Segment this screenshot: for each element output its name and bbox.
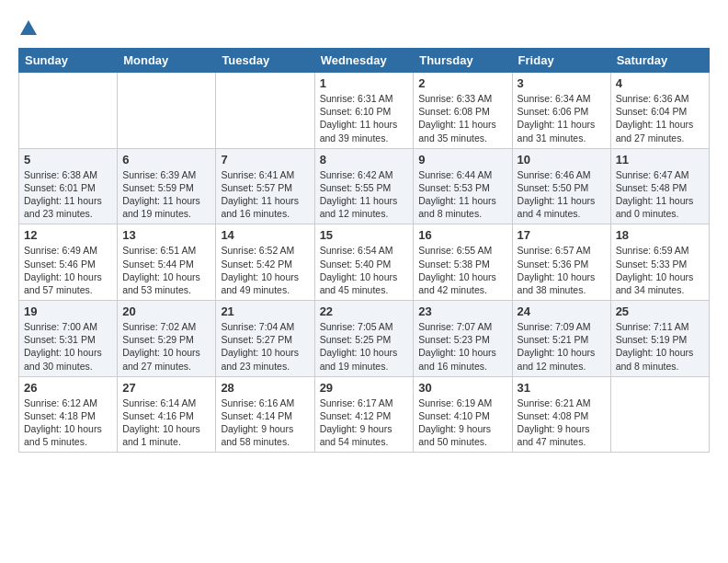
- day-number: 20: [122, 304, 210, 318]
- day-number: 21: [221, 304, 309, 318]
- day-number: 17: [518, 228, 606, 242]
- day-info: Sunrise: 7:07 AMSunset: 5:23 PMDaylight:…: [418, 320, 506, 373]
- day-number: 25: [616, 304, 704, 318]
- calendar-cell: 30Sunrise: 6:19 AMSunset: 4:10 PMDayligh…: [414, 376, 512, 453]
- logo: [18, 18, 39, 39]
- calendar-cell: 7Sunrise: 6:41 AMSunset: 5:57 PMDaylight…: [216, 148, 314, 224]
- calendar-cell: 27Sunrise: 6:14 AMSunset: 4:16 PMDayligh…: [118, 376, 216, 453]
- day-number: 24: [518, 304, 606, 318]
- day-info: Sunrise: 6:41 AMSunset: 5:57 PMDaylight:…: [221, 168, 309, 221]
- calendar-week-4: 19Sunrise: 7:00 AMSunset: 5:31 PMDayligh…: [19, 301, 710, 377]
- day-info: Sunrise: 6:16 AMSunset: 4:14 PMDaylight:…: [221, 396, 309, 449]
- col-header-wednesday: Wednesday: [314, 49, 414, 73]
- col-header-friday: Friday: [512, 49, 610, 73]
- day-info: Sunrise: 6:17 AMSunset: 4:12 PMDaylight:…: [320, 396, 409, 449]
- calendar-cell: 2Sunrise: 6:33 AMSunset: 6:08 PMDaylight…: [414, 73, 512, 149]
- day-number: 15: [320, 228, 409, 242]
- calendar-cell: 22Sunrise: 7:05 AMSunset: 5:25 PMDayligh…: [314, 301, 414, 377]
- day-info: Sunrise: 6:44 AMSunset: 5:53 PMDaylight:…: [418, 168, 506, 221]
- calendar-header-row: SundayMondayTuesdayWednesdayThursdayFrid…: [19, 49, 710, 73]
- day-info: Sunrise: 6:47 AMSunset: 5:48 PMDaylight:…: [616, 168, 704, 221]
- calendar-table: SundayMondayTuesdayWednesdayThursdayFrid…: [18, 48, 710, 453]
- calendar-cell: 18Sunrise: 6:59 AMSunset: 5:33 PMDayligh…: [610, 224, 709, 301]
- calendar-cell: 21Sunrise: 7:04 AMSunset: 5:27 PMDayligh…: [216, 301, 314, 377]
- day-info: Sunrise: 6:55 AMSunset: 5:38 PMDaylight:…: [418, 244, 506, 296]
- day-info: Sunrise: 7:04 AMSunset: 5:27 PMDaylight:…: [221, 320, 309, 373]
- day-number: 13: [122, 228, 210, 242]
- day-info: Sunrise: 7:11 AMSunset: 5:19 PMDaylight:…: [616, 320, 704, 373]
- calendar-cell: 14Sunrise: 6:52 AMSunset: 5:42 PMDayligh…: [216, 224, 314, 301]
- day-info: Sunrise: 6:12 AMSunset: 4:18 PMDaylight:…: [24, 396, 112, 449]
- calendar-cell: 9Sunrise: 6:44 AMSunset: 5:53 PMDaylight…: [414, 148, 512, 224]
- day-number: 10: [518, 153, 606, 167]
- calendar-week-1: 1Sunrise: 6:31 AMSunset: 6:10 PMDaylight…: [19, 73, 710, 149]
- day-number: 6: [122, 153, 210, 167]
- day-info: Sunrise: 6:42 AMSunset: 5:55 PMDaylight:…: [320, 168, 409, 221]
- calendar-cell: 11Sunrise: 6:47 AMSunset: 5:48 PMDayligh…: [610, 148, 709, 224]
- calendar-week-2: 5Sunrise: 6:38 AMSunset: 6:01 PMDaylight…: [19, 148, 710, 224]
- calendar-cell: 19Sunrise: 7:00 AMSunset: 5:31 PMDayligh…: [19, 301, 118, 377]
- day-number: 16: [418, 228, 506, 242]
- day-info: Sunrise: 6:38 AMSunset: 6:01 PMDaylight:…: [24, 168, 112, 221]
- calendar-cell: [118, 73, 216, 149]
- page-header: [18, 18, 710, 39]
- day-number: 19: [24, 304, 112, 318]
- calendar-cell: 12Sunrise: 6:49 AMSunset: 5:46 PMDayligh…: [19, 224, 118, 301]
- calendar-cell: 25Sunrise: 7:11 AMSunset: 5:19 PMDayligh…: [610, 301, 709, 377]
- day-number: 1: [320, 76, 409, 90]
- day-number: 4: [616, 76, 704, 90]
- day-info: Sunrise: 6:34 AMSunset: 6:06 PMDaylight:…: [518, 92, 606, 144]
- calendar-cell: [610, 376, 709, 453]
- day-number: 26: [24, 381, 112, 395]
- calendar-cell: 16Sunrise: 6:55 AMSunset: 5:38 PMDayligh…: [414, 224, 512, 301]
- day-info: Sunrise: 6:19 AMSunset: 4:10 PMDaylight:…: [418, 396, 506, 449]
- calendar-cell: 26Sunrise: 6:12 AMSunset: 4:18 PMDayligh…: [19, 376, 118, 453]
- calendar-cell: 13Sunrise: 6:51 AMSunset: 5:44 PMDayligh…: [118, 224, 216, 301]
- day-number: 30: [418, 381, 506, 395]
- day-number: 9: [418, 153, 506, 167]
- day-number: 2: [418, 76, 506, 90]
- calendar-cell: 5Sunrise: 6:38 AMSunset: 6:01 PMDaylight…: [19, 148, 118, 224]
- day-info: Sunrise: 6:31 AMSunset: 6:10 PMDaylight:…: [320, 92, 409, 144]
- calendar-cell: 28Sunrise: 6:16 AMSunset: 4:14 PMDayligh…: [216, 376, 314, 453]
- day-number: 18: [616, 228, 704, 242]
- day-info: Sunrise: 6:51 AMSunset: 5:44 PMDaylight:…: [122, 244, 210, 296]
- calendar-cell: 29Sunrise: 6:17 AMSunset: 4:12 PMDayligh…: [314, 376, 414, 453]
- calendar-cell: 3Sunrise: 6:34 AMSunset: 6:06 PMDaylight…: [512, 73, 610, 149]
- calendar-week-5: 26Sunrise: 6:12 AMSunset: 4:18 PMDayligh…: [19, 376, 710, 453]
- day-number: 8: [320, 153, 409, 167]
- logo-icon: [18, 18, 39, 39]
- calendar-cell: 24Sunrise: 7:09 AMSunset: 5:21 PMDayligh…: [512, 301, 610, 377]
- col-header-tuesday: Tuesday: [216, 49, 314, 73]
- calendar-cell: 8Sunrise: 6:42 AMSunset: 5:55 PMDaylight…: [314, 148, 414, 224]
- calendar-cell: 6Sunrise: 6:39 AMSunset: 5:59 PMDaylight…: [118, 148, 216, 224]
- day-info: Sunrise: 7:09 AMSunset: 5:21 PMDaylight:…: [518, 320, 606, 373]
- col-header-sunday: Sunday: [19, 49, 118, 73]
- day-info: Sunrise: 6:59 AMSunset: 5:33 PMDaylight:…: [616, 244, 704, 296]
- day-number: 27: [122, 381, 210, 395]
- calendar-cell: 15Sunrise: 6:54 AMSunset: 5:40 PMDayligh…: [314, 224, 414, 301]
- day-number: 22: [320, 304, 409, 318]
- calendar-cell: 23Sunrise: 7:07 AMSunset: 5:23 PMDayligh…: [414, 301, 512, 377]
- calendar-cell: 4Sunrise: 6:36 AMSunset: 6:04 PMDaylight…: [610, 73, 709, 149]
- day-info: Sunrise: 6:14 AMSunset: 4:16 PMDaylight:…: [122, 396, 210, 449]
- day-info: Sunrise: 7:00 AMSunset: 5:31 PMDaylight:…: [24, 320, 112, 373]
- day-info: Sunrise: 6:33 AMSunset: 6:08 PMDaylight:…: [418, 92, 506, 144]
- day-number: 7: [221, 153, 309, 167]
- calendar-cell: 1Sunrise: 6:31 AMSunset: 6:10 PMDaylight…: [314, 73, 414, 149]
- calendar-week-3: 12Sunrise: 6:49 AMSunset: 5:46 PMDayligh…: [19, 224, 710, 301]
- day-number: 23: [418, 304, 506, 318]
- day-number: 12: [24, 228, 112, 242]
- svg-marker-0: [20, 20, 37, 35]
- day-info: Sunrise: 6:39 AMSunset: 5:59 PMDaylight:…: [122, 168, 210, 221]
- calendar-cell: 20Sunrise: 7:02 AMSunset: 5:29 PMDayligh…: [118, 301, 216, 377]
- day-info: Sunrise: 6:49 AMSunset: 5:46 PMDaylight:…: [24, 244, 112, 296]
- day-info: Sunrise: 6:21 AMSunset: 4:08 PMDaylight:…: [518, 396, 606, 449]
- day-number: 31: [518, 381, 606, 395]
- col-header-thursday: Thursday: [414, 49, 512, 73]
- day-info: Sunrise: 6:57 AMSunset: 5:36 PMDaylight:…: [518, 244, 606, 296]
- day-info: Sunrise: 6:36 AMSunset: 6:04 PMDaylight:…: [616, 92, 704, 144]
- day-info: Sunrise: 6:54 AMSunset: 5:40 PMDaylight:…: [320, 244, 409, 296]
- calendar-cell: 10Sunrise: 6:46 AMSunset: 5:50 PMDayligh…: [512, 148, 610, 224]
- calendar-cell: 17Sunrise: 6:57 AMSunset: 5:36 PMDayligh…: [512, 224, 610, 301]
